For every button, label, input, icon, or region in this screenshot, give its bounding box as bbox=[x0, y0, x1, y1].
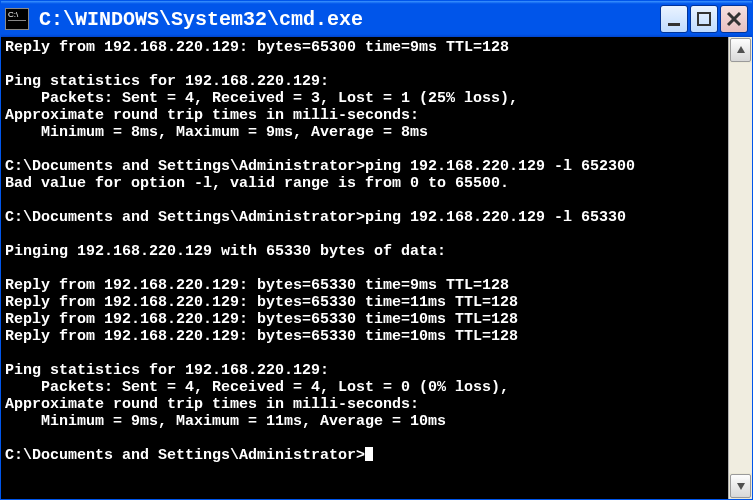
terminal-line: Packets: Sent = 4, Received = 3, Lost = … bbox=[5, 90, 724, 107]
terminal-line: C:\Documents and Settings\Administrator>… bbox=[5, 209, 724, 226]
minimize-icon bbox=[666, 11, 682, 27]
terminal-line bbox=[5, 226, 724, 243]
terminal-line: Minimum = 9ms, Maximum = 11ms, Average =… bbox=[5, 413, 724, 430]
terminal-line: Bad value for option -l, valid range is … bbox=[5, 175, 724, 192]
terminal-line: Reply from 192.168.220.129: bytes=65330 … bbox=[5, 328, 724, 345]
terminal-line: Reply from 192.168.220.129: bytes=65330 … bbox=[5, 311, 724, 328]
terminal-line: Pinging 192.168.220.129 with 65330 bytes… bbox=[5, 243, 724, 260]
terminal-line: Ping statistics for 192.168.220.129: bbox=[5, 73, 724, 90]
close-button[interactable] bbox=[720, 5, 748, 33]
terminal-line: Reply from 192.168.220.129: bytes=65300 … bbox=[5, 39, 724, 56]
svg-rect-1 bbox=[698, 13, 710, 25]
terminal-line: Approximate round trip times in milli-se… bbox=[5, 396, 724, 413]
minimize-button[interactable] bbox=[660, 5, 688, 33]
terminal-line: Reply from 192.168.220.129: bytes=65330 … bbox=[5, 294, 724, 311]
close-icon bbox=[726, 11, 742, 27]
terminal-line bbox=[5, 56, 724, 73]
terminal-line bbox=[5, 345, 724, 362]
scroll-down-button[interactable] bbox=[730, 474, 751, 498]
terminal-line: Packets: Sent = 4, Received = 4, Lost = … bbox=[5, 379, 724, 396]
terminal-line: Ping statistics for 192.168.220.129: bbox=[5, 362, 724, 379]
window-controls bbox=[660, 5, 748, 33]
scroll-track[interactable] bbox=[729, 63, 752, 473]
cmd-icon: C:\ bbox=[5, 8, 29, 30]
titlebar[interactable]: C:\ C:\WINDOWS\System32\cmd.exe bbox=[1, 1, 752, 37]
terminal-line: Reply from 192.168.220.129: bytes=65330 … bbox=[5, 277, 724, 294]
terminal-output[interactable]: Reply from 192.168.220.129: bytes=65300 … bbox=[1, 37, 728, 499]
terminal-line: C:\Documents and Settings\Administrator>… bbox=[5, 158, 724, 175]
maximize-button[interactable] bbox=[690, 5, 718, 33]
svg-marker-5 bbox=[737, 483, 745, 490]
svg-marker-4 bbox=[737, 46, 745, 53]
scroll-up-button[interactable] bbox=[730, 38, 751, 62]
terminal-line bbox=[5, 260, 724, 277]
terminal-line bbox=[5, 430, 724, 447]
arrow-down-icon bbox=[736, 481, 746, 491]
terminal-line bbox=[5, 141, 724, 158]
scrollbar[interactable] bbox=[728, 37, 752, 499]
window-title: C:\WINDOWS\System32\cmd.exe bbox=[39, 8, 660, 31]
terminal-prompt[interactable]: C:\Documents and Settings\Administrator> bbox=[5, 447, 724, 464]
maximize-icon bbox=[696, 11, 712, 27]
cmd-window: C:\ C:\WINDOWS\System32\cmd.exe Reply fr… bbox=[0, 0, 753, 500]
arrow-up-icon bbox=[736, 45, 746, 55]
terminal-line bbox=[5, 192, 724, 209]
terminal-line: Approximate round trip times in milli-se… bbox=[5, 107, 724, 124]
content-area: Reply from 192.168.220.129: bytes=65300 … bbox=[1, 37, 752, 499]
terminal-line: Minimum = 8ms, Maximum = 9ms, Average = … bbox=[5, 124, 724, 141]
svg-rect-0 bbox=[668, 23, 680, 26]
cursor bbox=[365, 447, 373, 461]
